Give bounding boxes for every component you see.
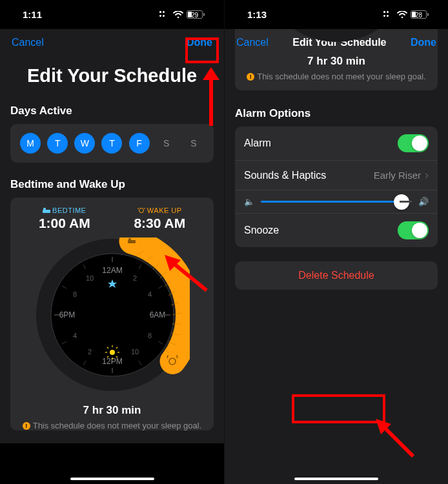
sounds-row[interactable]: Sounds & Haptics Early Riser › [235,161,438,190]
warning-text: ! This schedule does not meet your sleep… [17,421,207,430]
sleep-clock[interactable]: 12AM 6AM 12PM 6PM 2 4 8 10 2 4 8 10 [35,237,190,392]
day-button-2[interactable]: W [74,133,95,154]
svg-text:12AM: 12AM [102,266,122,275]
status-icons: 29 [159,10,205,19]
bedtime-label: BEDTIME [39,207,90,214]
warning-icon: ! [23,422,30,430]
volume-slider[interactable] [261,201,412,203]
alarm-icon [137,207,145,214]
svg-text:8: 8 [72,290,76,298]
svg-point-22 [163,352,181,370]
duration-text: 7 hr 30 min [17,404,207,417]
sleep-clock[interactable]: 12AM 6AM 12PM 6PM 2 4 8 10 2 4 8 10 [259,29,414,43]
svg-point-58 [260,29,412,42]
day-button-3[interactable]: T [101,133,122,154]
bed-icon [43,207,50,214]
svg-text:4: 4 [72,332,76,339]
content: Cancel Done Edit Your Schedule Days Acti… [0,29,224,443]
bedtime-value: 1:00 AM [39,216,90,231]
screen-left: 1:11 29 Cancel Done Edit Your Schedule D… [0,0,224,484]
svg-rect-20 [128,240,136,243]
svg-rect-21 [128,238,131,240]
svg-rect-1 [43,210,50,213]
svg-text:6PM: 6PM [59,310,75,319]
delete-schedule-button[interactable]: Delete Schedule [235,261,438,290]
svg-rect-2 [43,208,46,210]
day-button-4[interactable]: F [129,133,150,154]
warning-icon: ! [247,73,254,81]
svg-text:10: 10 [85,274,93,282]
battery-icon: 28 [411,10,429,19]
wifi-icon [173,11,183,19]
signal-icon [383,11,394,19]
day-button-6[interactable]: S [183,133,204,154]
screen-right: 1:13 28 Cancel Edit Your Schedule Done [224,0,448,484]
sounds-value: Early Riser [374,170,421,181]
alarm-options-label: Alarm Options [235,107,438,120]
status-bar: 1:13 28 [225,0,448,29]
day-button-5[interactable]: S [156,133,177,154]
day-button-1[interactable]: T [47,133,68,154]
snooze-row: Snooze [235,214,438,247]
svg-point-48 [110,350,115,355]
wakeup-label: WAKE UP [134,207,185,214]
volume-low-icon: 🔈 [244,197,254,207]
svg-text:8: 8 [147,332,151,339]
chevron-right-icon: › [425,168,429,182]
days-row: MTWTFSS [10,124,214,163]
alarm-label: Alarm [244,137,271,149]
status-time: 1:13 [247,9,267,20]
svg-point-0 [178,16,179,18]
volume-high-icon: 🔊 [418,197,429,207]
status-time: 1:11 [23,9,42,20]
page-title: Edit Your Schedule [10,56,214,105]
alarm-options-group: Alarm Sounds & Haptics Early Riser › 🔈 🔊 [235,126,438,247]
signal-icon [159,11,170,19]
alarm-row: Alarm [235,126,438,161]
warning-text: ! This schedule does not meet your sleep… [241,72,431,90]
home-indicator[interactable] [294,478,378,480]
home-indicator[interactable] [70,478,154,480]
snooze-toggle[interactable] [398,221,429,239]
clock-card: BEDTIME 1:00 AM WAKE UP 8:30 AM [10,197,214,430]
done-button[interactable]: Done [187,37,212,48]
cancel-button[interactable]: Cancel [12,37,44,48]
svg-text:6AM: 6AM [149,310,165,319]
svg-text:2: 2 [132,274,136,282]
svg-text:10: 10 [130,348,138,356]
duration-text: 7 hr 30 min [241,55,431,68]
snooze-label: Snooze [244,225,279,236]
done-button[interactable]: Done [411,37,436,48]
svg-point-3 [139,208,143,213]
day-button-0[interactable]: M [20,133,41,154]
svg-text:2: 2 [87,348,91,356]
volume-row: 🔈 🔊 [235,190,438,214]
sounds-label: Sounds & Haptics [244,170,326,181]
wifi-icon [397,11,407,19]
svg-point-57 [402,16,403,18]
alarm-toggle[interactable] [398,134,429,152]
status-icons: 28 [383,10,429,19]
svg-text:4: 4 [147,290,151,298]
status-bar: 1:11 29 [0,0,224,29]
days-active-label: Days Active [10,105,214,117]
battery-icon: 29 [187,10,205,19]
wakeup-value: 8:30 AM [134,216,185,231]
bedtime-section-label: Bedtime and Wake Up [10,178,214,191]
